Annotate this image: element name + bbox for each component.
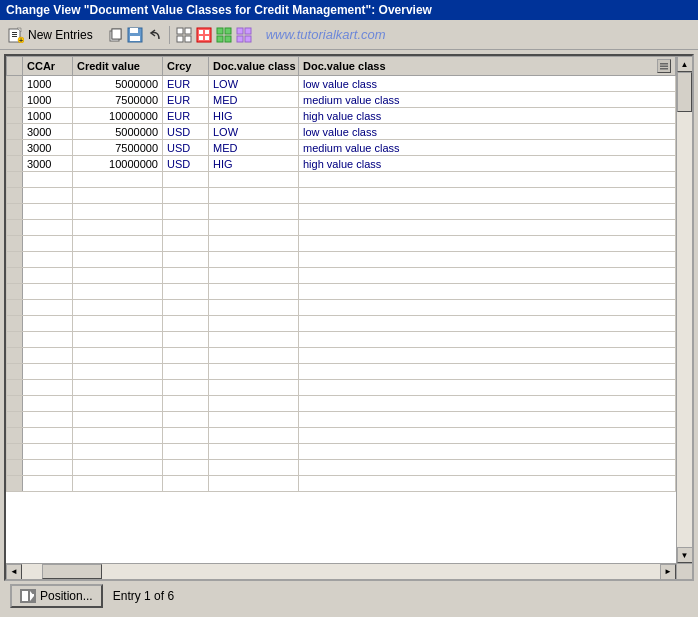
cell-ccar: 1000 xyxy=(23,92,73,108)
empty-row xyxy=(7,188,692,204)
empty-row xyxy=(7,204,692,220)
cell-crcy: EUR xyxy=(163,76,209,92)
empty-row xyxy=(7,380,692,396)
svg-rect-31 xyxy=(660,66,668,68)
empty-row xyxy=(7,396,692,412)
svg-rect-13 xyxy=(177,28,183,34)
table-row[interactable]: 300010000000USDHIGhigh value class xyxy=(7,156,692,172)
table-row[interactable]: 10007500000EURMEDmedium value class xyxy=(7,92,692,108)
horizontal-scrollbar[interactable]: ◄ ► xyxy=(6,563,676,579)
cell-crcy: USD xyxy=(163,156,209,172)
empty-row xyxy=(7,300,692,316)
row-selector[interactable] xyxy=(7,76,23,92)
scroll-down-button[interactable]: ▼ xyxy=(677,547,693,563)
scroll-right-button[interactable]: ► xyxy=(660,564,676,580)
empty-row xyxy=(7,428,692,444)
scroll-track-h[interactable] xyxy=(22,564,660,579)
grid1-button[interactable] xyxy=(176,27,192,43)
svg-rect-32 xyxy=(660,68,668,70)
row-selector[interactable] xyxy=(7,92,23,108)
cell-crcy: EUR xyxy=(163,92,209,108)
table-row[interactable]: 100010000000EURHIGhigh value class xyxy=(7,108,692,124)
save-button[interactable] xyxy=(127,27,143,43)
svg-rect-34 xyxy=(22,591,28,601)
data-table: CCAr Credit value Crcy Doc.value class xyxy=(6,56,692,492)
svg-rect-20 xyxy=(199,36,203,40)
cell-crcy: EUR xyxy=(163,108,209,124)
table-row[interactable]: 30005000000USDLOWlow value class xyxy=(7,124,692,140)
row-selector[interactable] xyxy=(7,140,23,156)
svg-text:+: + xyxy=(19,37,23,43)
column-settings-icon[interactable] xyxy=(657,59,671,73)
cell-credit-value: 5000000 xyxy=(73,76,163,92)
position-button[interactable]: Position... xyxy=(10,584,103,608)
scrollbar-corner xyxy=(676,563,692,579)
table-container: CCAr Credit value Crcy Doc.value class xyxy=(4,54,694,581)
cell-doc-class-desc: medium value class xyxy=(299,92,676,108)
cell-credit-value: 7500000 xyxy=(73,92,163,108)
toolbar: + New Entries xyxy=(0,20,698,50)
row-selector[interactable] xyxy=(7,124,23,140)
row-selector[interactable] xyxy=(7,108,23,124)
table-row[interactable]: 30007500000USDMEDmedium value class xyxy=(7,140,692,156)
undo-button[interactable] xyxy=(147,27,163,43)
empty-row xyxy=(7,348,692,364)
new-entries-button[interactable]: + New Entries xyxy=(6,26,95,44)
cell-doc-class-desc: high value class xyxy=(299,108,676,124)
empty-row xyxy=(7,172,692,188)
title-text: Change View "Document Value Classes for … xyxy=(6,3,432,17)
scroll-left-button[interactable]: ◄ xyxy=(6,564,22,580)
cell-crcy: USD xyxy=(163,124,209,140)
cell-credit-value: 7500000 xyxy=(73,140,163,156)
scroll-thumb-h[interactable] xyxy=(42,564,102,579)
cell-ccar: 3000 xyxy=(23,124,73,140)
scroll-thumb-v[interactable] xyxy=(677,72,692,112)
cell-doc-class: LOW xyxy=(209,124,299,140)
copy-button[interactable] xyxy=(107,27,123,43)
vertical-scrollbar[interactable]: ▲ ▼ xyxy=(676,56,692,563)
svg-rect-2 xyxy=(12,34,17,35)
col-header-ccar: CCAr xyxy=(23,57,73,76)
grid2-button[interactable] xyxy=(196,27,212,43)
cell-credit-value: 10000000 xyxy=(73,108,163,124)
svg-rect-12 xyxy=(130,36,140,41)
col-header-doc-class-desc: Doc.value class xyxy=(299,57,676,76)
svg-rect-14 xyxy=(185,28,191,34)
empty-row xyxy=(7,476,692,492)
cell-doc-class: MED xyxy=(209,140,299,156)
watermark: www.tutorialkart.com xyxy=(266,27,386,42)
cell-ccar: 3000 xyxy=(23,140,73,156)
grid3-button[interactable] xyxy=(216,27,232,43)
cell-doc-class: MED xyxy=(209,92,299,108)
table-header: CCAr Credit value Crcy Doc.value class xyxy=(7,57,692,76)
svg-rect-30 xyxy=(660,63,668,65)
main-content: CCAr Credit value Crcy Doc.value class xyxy=(0,50,698,615)
scroll-up-button[interactable]: ▲ xyxy=(677,56,693,72)
scroll-track-v[interactable] xyxy=(677,72,692,547)
cell-doc-class: LOW xyxy=(209,76,299,92)
cell-doc-class-desc: high value class xyxy=(299,156,676,172)
empty-row xyxy=(7,412,692,428)
col-header-doc-class: Doc.value class xyxy=(209,57,299,76)
grid4-button[interactable] xyxy=(236,27,252,43)
empty-row xyxy=(7,220,692,236)
title-bar: Change View "Document Value Classes for … xyxy=(0,0,698,20)
svg-rect-1 xyxy=(12,32,17,33)
svg-rect-28 xyxy=(237,36,243,42)
empty-row xyxy=(7,364,692,380)
col-header-crcy: Crcy xyxy=(163,57,209,76)
cell-ccar: 3000 xyxy=(23,156,73,172)
cell-doc-class-desc: low value class xyxy=(299,124,676,140)
cell-crcy: USD xyxy=(163,140,209,156)
svg-rect-19 xyxy=(205,30,209,34)
table-row[interactable]: 10005000000EURLOWlow value class xyxy=(7,76,692,92)
svg-rect-26 xyxy=(237,28,243,34)
cell-doc-class-desc: low value class xyxy=(299,76,676,92)
svg-rect-25 xyxy=(225,36,231,42)
svg-rect-21 xyxy=(205,36,209,40)
empty-row xyxy=(7,316,692,332)
cell-ccar: 1000 xyxy=(23,108,73,124)
row-selector[interactable] xyxy=(7,156,23,172)
cell-ccar: 1000 xyxy=(23,76,73,92)
svg-rect-27 xyxy=(245,28,251,34)
